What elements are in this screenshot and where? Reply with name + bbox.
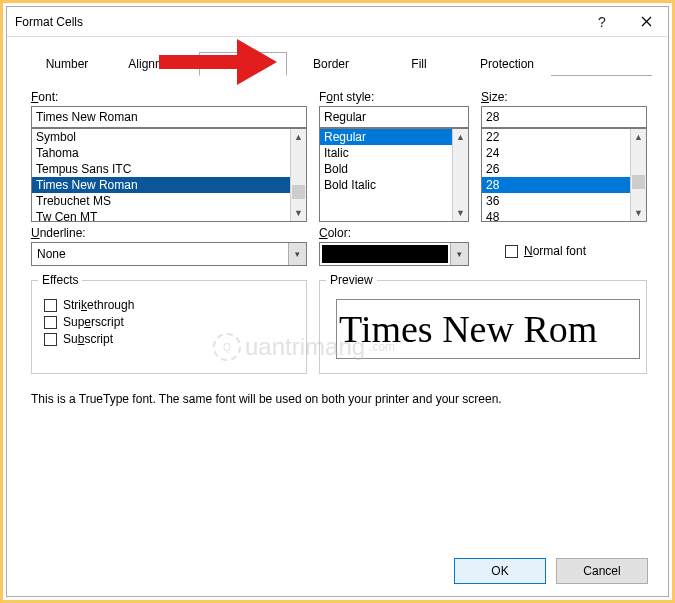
tab-alignment[interactable]: Alignment [111, 52, 199, 76]
size-option-selected[interactable]: 28 [482, 177, 646, 193]
subscript-checkbox[interactable]: Subscript [44, 332, 294, 346]
font-label: Font: [31, 90, 307, 104]
color-swatch [320, 243, 450, 265]
fontstyle-option[interactable]: Bold [320, 161, 468, 177]
font-scrollbar[interactable]: ▲ ▼ [290, 129, 306, 221]
superscript-label: Superscript [63, 315, 124, 329]
chevron-down-icon[interactable]: ▾ [450, 243, 468, 265]
scroll-up-icon[interactable]: ▲ [291, 129, 306, 145]
scroll-down-icon[interactable]: ▼ [631, 205, 646, 221]
font-option[interactable]: Tw Cen MT [32, 209, 306, 222]
size-option[interactable]: 26 [482, 161, 646, 177]
font-footnote: This is a TrueType font. The same font w… [31, 392, 644, 406]
tab-strip: Number Alignment Font Border Fill Protec… [7, 37, 668, 75]
subscript-label: Subscript [63, 332, 113, 346]
fontstyle-scrollbar[interactable]: ▲ ▼ [452, 129, 468, 221]
font-option[interactable]: Tahoma [32, 145, 306, 161]
titlebar: Format Cells ? [7, 7, 668, 37]
dialog-title: Format Cells [15, 15, 580, 29]
fontstyle-label: Font style: [319, 90, 469, 104]
font-column: Font: Symbol Tahoma Tempus Sans ITC Time… [31, 90, 307, 222]
size-input[interactable] [481, 106, 647, 128]
scroll-thumb[interactable] [292, 185, 305, 199]
tab-protection[interactable]: Protection [463, 52, 551, 76]
size-option[interactable]: 24 [482, 145, 646, 161]
scroll-down-icon[interactable]: ▼ [453, 205, 468, 221]
tab-border[interactable]: Border [287, 52, 375, 76]
button-bar: OK Cancel [7, 546, 668, 596]
size-column: Size: 22 24 26 28 36 48 ▲ ▼ [481, 90, 647, 222]
cancel-button[interactable]: Cancel [556, 558, 648, 584]
fontstyle-option-selected[interactable]: Regular [320, 129, 468, 145]
size-listbox[interactable]: 22 24 26 28 36 48 ▲ ▼ [481, 128, 647, 222]
checkbox-icon [505, 245, 518, 258]
font-option-selected[interactable]: Times New Roman [32, 177, 306, 193]
close-icon [641, 16, 652, 27]
ok-button[interactable]: OK [454, 558, 546, 584]
size-option[interactable]: 36 [482, 193, 646, 209]
strikethrough-checkbox[interactable]: Strikethrough [44, 298, 294, 312]
scroll-up-icon[interactable]: ▲ [631, 129, 646, 145]
close-button[interactable] [624, 7, 668, 37]
fontstyle-option[interactable]: Bold Italic [320, 177, 468, 193]
tab-font[interactable]: Font [199, 52, 287, 76]
color-dropdown[interactable]: ▾ [319, 242, 469, 266]
fontstyle-listbox[interactable]: Regular Italic Bold Bold Italic ▲ ▼ [319, 128, 469, 222]
size-option[interactable]: 48 [482, 209, 646, 222]
tab-fill[interactable]: Fill [375, 52, 463, 76]
normal-font-checkbox[interactable]: Normal font [505, 244, 586, 258]
font-option[interactable]: Tempus Sans ITC [32, 161, 306, 177]
checkbox-icon [44, 333, 57, 346]
preview-groupbox: Preview Times New Rom [319, 280, 647, 374]
font-listbox[interactable]: Symbol Tahoma Tempus Sans ITC Times New … [31, 128, 307, 222]
effects-groupbox: Effects Strikethrough Superscript Subscr… [31, 280, 307, 374]
format-cells-dialog: Format Cells ? Number Alignment Font Bor… [6, 6, 669, 597]
fontstyle-input[interactable] [319, 106, 469, 128]
strikethrough-label: Strikethrough [63, 298, 134, 312]
underline-value: None [32, 243, 288, 265]
help-button[interactable]: ? [580, 7, 624, 37]
superscript-checkbox[interactable]: Superscript [44, 315, 294, 329]
font-option[interactable]: Symbol [32, 129, 306, 145]
underline-group: Underline: None ▾ [31, 226, 307, 266]
preview-label: Preview [326, 273, 377, 287]
preview-sample: Times New Rom [336, 299, 640, 359]
effects-label: Effects [38, 273, 82, 287]
scroll-up-icon[interactable]: ▲ [453, 129, 468, 145]
size-label: Size: [481, 90, 647, 104]
color-label: Color: [319, 226, 469, 240]
underline-dropdown[interactable]: None ▾ [31, 242, 307, 266]
checkbox-icon [44, 316, 57, 329]
fontstyle-column: Font style: Regular Italic Bold Bold Ita… [319, 90, 469, 222]
color-group: Color: ▾ [319, 226, 469, 266]
size-scrollbar[interactable]: ▲ ▼ [630, 129, 646, 221]
tab-number[interactable]: Number [23, 52, 111, 76]
fontstyle-option[interactable]: Italic [320, 145, 468, 161]
scroll-down-icon[interactable]: ▼ [291, 205, 306, 221]
underline-label: Underline: [31, 226, 307, 240]
size-option[interactable]: 22 [482, 129, 646, 145]
font-option[interactable]: Trebuchet MS [32, 193, 306, 209]
font-input[interactable] [31, 106, 307, 128]
chevron-down-icon[interactable]: ▾ [288, 243, 306, 265]
scroll-thumb[interactable] [632, 175, 645, 189]
normal-font-label: Normal font [524, 244, 586, 258]
checkbox-icon [44, 299, 57, 312]
tab-content: Font: Symbol Tahoma Tempus Sans ITC Time… [7, 76, 668, 546]
